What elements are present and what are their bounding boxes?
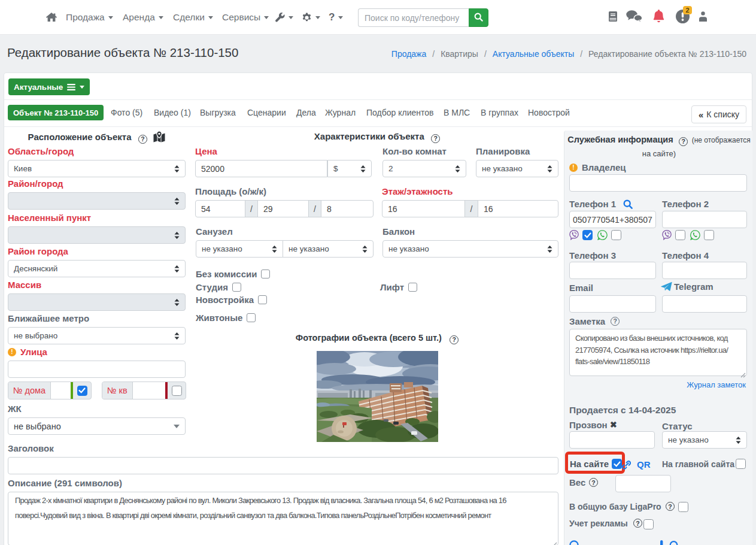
tab-tasks[interactable]: Дела	[296, 105, 316, 120]
characteristics-help-icon[interactable]: ?	[431, 134, 440, 143]
new-building-checkbox[interactable]	[258, 295, 267, 304]
telegram-input[interactable]	[662, 295, 747, 313]
bathroom-select-1[interactable]: не указано	[196, 240, 283, 258]
notifications-button[interactable]	[653, 0, 664, 35]
note-textarea[interactable]: Скопировано из базы внешних источников, …	[569, 329, 747, 376]
phone2-whatsapp-checkbox[interactable]	[704, 230, 714, 240]
messages-button[interactable]	[626, 0, 643, 35]
object-photo[interactable]	[317, 351, 438, 442]
floor-input[interactable]	[382, 200, 465, 217]
weight-input[interactable]	[615, 475, 671, 492]
menu-settings[interactable]	[302, 0, 320, 35]
ligapro-checkbox[interactable]	[678, 502, 688, 512]
phone2-input[interactable]	[662, 211, 747, 228]
email-input[interactable]	[569, 295, 656, 313]
ad-accounting-help-icon[interactable]: ?	[633, 519, 642, 528]
search-input[interactable]	[358, 8, 469, 27]
rooms-select[interactable]: 2	[382, 160, 466, 177]
studio-checkbox[interactable]	[232, 283, 241, 292]
ad-accounting-checkbox[interactable]	[643, 519, 654, 529]
tab-client-match[interactable]: Подбор клиентов	[366, 105, 433, 120]
pets-checkbox[interactable]	[247, 313, 256, 322]
search-icon	[474, 13, 483, 23]
city-district-select[interactable]: Деснянский	[8, 260, 186, 277]
elevator-checkbox[interactable]	[408, 283, 417, 292]
location-help-icon[interactable]: ?	[138, 135, 147, 144]
description-textarea[interactable]: Продаж 2-х кімнатної квартири в Деснянсь…	[8, 492, 558, 545]
tab-groups[interactable]: В группах	[481, 105, 518, 120]
profile-button[interactable]	[699, 0, 707, 35]
breadcrumb-prodazha[interactable]: Продажа	[391, 49, 426, 59]
menu-help[interactable]: ?	[329, 0, 343, 35]
phone1-input[interactable]	[569, 211, 656, 228]
status-select[interactable]: не указано	[662, 431, 747, 449]
currency-select[interactable]: $	[327, 160, 372, 177]
breadcrumb-aktualnye[interactable]: Актуальные объекты	[493, 49, 574, 59]
weight-help-icon[interactable]: ?	[589, 478, 598, 487]
on-site-checkbox[interactable]	[612, 459, 622, 469]
price-input[interactable]	[195, 160, 327, 177]
tab-scenarios[interactable]: Сценарии	[247, 105, 286, 120]
journal-button[interactable]	[609, 0, 617, 35]
flat-number-checkbox[interactable]	[172, 386, 182, 396]
note-journal-link[interactable]: Журнал заметок	[687, 380, 746, 389]
phone1-viber-checkbox[interactable]	[582, 230, 593, 240]
menu-prodazha[interactable]: Продажа	[66, 0, 113, 35]
resize-handle-icon[interactable]	[552, 539, 557, 544]
partial-bottom-row[interactable]	[569, 540, 678, 545]
phone4-input[interactable]	[662, 262, 747, 279]
on-main-checkbox[interactable]	[736, 459, 746, 469]
region-select[interactable]: Киев	[8, 160, 186, 177]
location-section-heading: Расположение объекта ?	[8, 131, 186, 145]
phone2-viber-checkbox[interactable]	[675, 230, 685, 240]
layout-select[interactable]: не указано	[476, 160, 558, 177]
ligapro-help-icon[interactable]: ?	[666, 502, 675, 511]
house-number-checkbox[interactable]	[77, 386, 87, 396]
back-to-list-button[interactable]: «К списку	[691, 105, 746, 123]
metro-select[interactable]: не выбрано	[8, 327, 186, 344]
complex-select[interactable]: не выбрано	[8, 417, 186, 435]
owner-input[interactable]	[569, 174, 747, 192]
tab-upload[interactable]: Выгрузка	[200, 105, 236, 120]
area-kitchen-input[interactable]	[321, 200, 374, 217]
tab-video[interactable]: Видео (1)	[154, 105, 191, 120]
menu-sdelki[interactable]: Сделки	[173, 0, 213, 35]
settlement-select[interactable]	[8, 226, 186, 244]
street-input[interactable]	[8, 361, 186, 378]
tab-mls[interactable]: В МЛС	[444, 105, 470, 120]
bathroom-select-2[interactable]: не указано	[283, 240, 374, 258]
area-living-input[interactable]	[257, 200, 309, 217]
callback-input[interactable]	[569, 431, 655, 449]
qr-link[interactable]: QR	[637, 459, 651, 470]
floors-total-input[interactable]	[478, 200, 558, 217]
menu-servisy[interactable]: Сервисы	[222, 0, 269, 35]
title-input[interactable]	[8, 457, 558, 474]
menu-tools[interactable]	[275, 0, 293, 35]
tab-object-active[interactable]: Объект № 213-110-150	[8, 105, 104, 120]
tab-photo[interactable]: Фото (5)	[111, 105, 142, 120]
district-city-select[interactable]	[8, 192, 186, 210]
home-button[interactable]	[46, 0, 57, 35]
area-total-input[interactable]	[195, 200, 245, 217]
no-commission-checkbox[interactable]	[261, 270, 270, 278]
tab-journal[interactable]: Журнал	[325, 105, 356, 120]
service-help-icon[interactable]: ?	[679, 137, 688, 146]
status-dropdown-button[interactable]: Актуальные	[8, 78, 90, 95]
phone3-input[interactable]	[569, 262, 656, 279]
map-icon[interactable]	[153, 131, 165, 145]
tab-novostroy[interactable]: Новострой	[528, 105, 570, 120]
massiv-select[interactable]	[8, 293, 186, 311]
flat-number-input[interactable]	[133, 382, 165, 399]
resize-handle-icon[interactable]	[740, 370, 746, 375]
phone1-whatsapp-checkbox[interactable]	[611, 230, 621, 240]
clear-callback-icon[interactable]: ✖	[610, 419, 617, 431]
link-icon[interactable]	[622, 461, 631, 470]
search-button[interactable]	[469, 8, 488, 27]
menu-arenda[interactable]: Аренда	[123, 0, 163, 35]
phone-search-icon[interactable]	[623, 199, 633, 209]
balcony-select[interactable]: не указано	[382, 240, 558, 258]
note-help-icon[interactable]: ?	[611, 317, 620, 326]
alerts-button[interactable]: 2	[676, 0, 690, 35]
photos-help-icon[interactable]: ?	[450, 335, 459, 344]
house-number-input[interactable]	[51, 382, 71, 399]
